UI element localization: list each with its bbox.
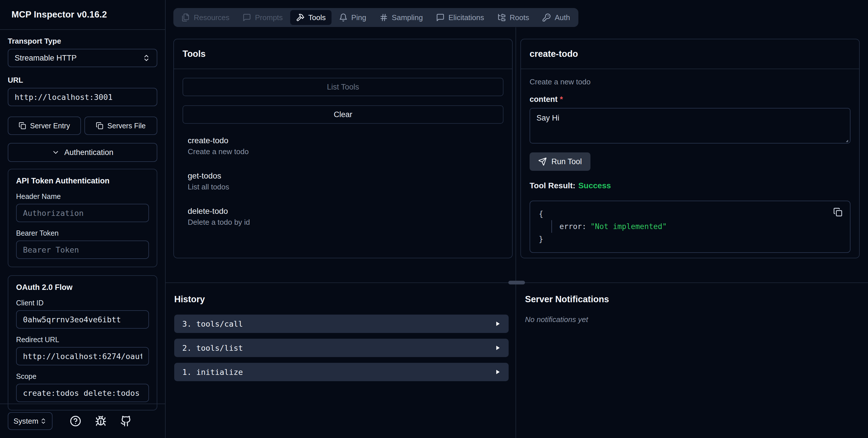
tool-detail-description: Create a new todo	[530, 78, 850, 86]
vertical-split-divider[interactable]	[516, 27, 516, 438]
sidebar-header: MCP Inspector v0.16.2	[0, 0, 165, 30]
tool-detail-body: Create a new todo content* Say Hi Run To…	[521, 69, 859, 261]
authentication-toggle[interactable]: Authentication	[8, 143, 157, 162]
bell-icon	[339, 13, 348, 22]
message-square-icon	[436, 13, 445, 22]
server-notifications-title: Server Notifications	[525, 294, 609, 305]
tab-label: Prompts	[255, 13, 283, 22]
json-close-brace: }	[539, 233, 841, 245]
history-item-label: 3. tools/call	[182, 319, 243, 328]
tool-description: Delete a todo by id	[188, 218, 503, 226]
tab-resources[interactable]: Resources	[176, 10, 235, 25]
tool-detail-header: create-todo	[521, 39, 859, 69]
tools-panel-body: List Tools Clear create-todo Create a ne…	[174, 69, 512, 251]
copy-icon	[19, 122, 26, 129]
run-tool-button[interactable]: Run Tool	[530, 152, 590, 171]
clear-button[interactable]: Clear	[183, 105, 503, 124]
message-square-icon	[243, 13, 251, 22]
tab-label: Resources	[194, 13, 229, 22]
scope-input[interactable]	[16, 384, 149, 402]
client-id-label: Client ID	[16, 299, 149, 307]
api-token-card: API Token Authentication Header Name Bea…	[8, 169, 157, 267]
list-item[interactable]: get-todos List all todos	[188, 171, 503, 191]
url-label: URL	[8, 76, 157, 84]
expand-caret-icon	[495, 321, 501, 326]
json-error-line: error:"Not implemented"	[551, 220, 841, 233]
sidebar-body: Transport Type Streamable HTTP URL Serve…	[0, 30, 165, 410]
tab-label: Ping	[351, 13, 366, 22]
tab-label: Sampling	[392, 13, 423, 22]
header-name-label: Header Name	[16, 192, 149, 200]
chevrons-up-down-icon	[143, 54, 150, 62]
expand-caret-icon	[495, 345, 501, 351]
transport-type-select[interactable]: Streamable HTTP	[8, 49, 157, 67]
copy-icon	[96, 122, 103, 129]
chevrons-up-down-icon	[40, 418, 47, 425]
split-resize-handle[interactable]	[508, 281, 525, 284]
list-item[interactable]: create-todo Create a new todo	[188, 136, 503, 156]
list-tools-button[interactable]: List Tools	[183, 78, 503, 96]
expand-caret-icon	[495, 369, 501, 375]
tab-label: Tools	[308, 13, 326, 22]
tool-detail-title: create-todo	[530, 49, 578, 59]
header-name-input[interactable]	[16, 204, 149, 222]
files-icon	[181, 13, 190, 22]
history-item[interactable]: 2. tools/list	[174, 339, 508, 357]
tab-elicitations[interactable]: Elicitations	[430, 10, 490, 25]
theme-value: System	[13, 417, 38, 426]
history-item[interactable]: 3. tools/call	[174, 315, 508, 333]
app-title: MCP Inspector v0.16.2	[11, 9, 107, 20]
tab-prompts[interactable]: Prompts	[237, 10, 288, 25]
tab-auth[interactable]: Auth	[536, 10, 576, 25]
key-icon	[542, 13, 551, 22]
content-label-text: content	[530, 95, 558, 104]
tool-result-row: Tool Result:Success	[530, 181, 850, 190]
help-icon[interactable]	[70, 415, 81, 427]
tab-sampling[interactable]: Sampling	[374, 10, 429, 25]
content-textarea[interactable]: Say Hi	[530, 108, 850, 144]
bearer-token-input[interactable]	[16, 241, 149, 259]
run-tool-label: Run Tool	[551, 157, 582, 166]
tool-result-label: Tool Result:	[530, 181, 576, 190]
tab-roots[interactable]: Roots	[492, 10, 535, 25]
theme-select[interactable]: System	[8, 412, 53, 430]
tool-description: List all todos	[188, 183, 503, 191]
tab-bar: Resources Prompts Tools Ping Sampling El…	[174, 8, 578, 27]
tab-label: Auth	[555, 13, 570, 22]
hammer-icon	[296, 13, 305, 22]
tab-label: Roots	[510, 13, 529, 22]
servers-file-button[interactable]: Servers File	[84, 117, 158, 135]
api-token-title: API Token Authentication	[16, 177, 149, 185]
tab-label: Elicitations	[448, 13, 484, 22]
history-item[interactable]: 1. initialize	[174, 363, 508, 381]
bearer-token-label: Bearer Token	[16, 229, 149, 237]
folder-tree-icon	[497, 13, 506, 22]
history-list: 3. tools/call 2. tools/list 1. initializ…	[174, 315, 508, 387]
tools-panel-title: Tools	[183, 49, 206, 59]
copy-result-button[interactable]	[833, 207, 843, 217]
send-icon	[538, 157, 547, 166]
tools-panel-header: Tools	[174, 39, 512, 69]
content-field-wrapper: Say Hi	[530, 108, 850, 146]
transport-type-value: Streamable HTTP	[14, 54, 76, 63]
history-item-label: 1. initialize	[182, 368, 243, 377]
github-icon[interactable]	[120, 415, 132, 427]
tool-detail-panel: create-todo Create a new todo content* S…	[520, 39, 860, 258]
bug-icon[interactable]	[95, 415, 106, 427]
redirect-url-input[interactable]	[16, 347, 149, 365]
server-entry-button[interactable]: Server Entry	[8, 117, 81, 135]
history-method: tools/call	[196, 319, 243, 328]
tab-tools[interactable]: Tools	[290, 10, 332, 25]
tool-result-json: { error:"Not implemented" }	[530, 200, 850, 253]
required-marker: *	[560, 95, 563, 104]
url-input[interactable]	[8, 88, 157, 106]
entry-buttons-row: Server Entry Servers File	[8, 117, 157, 135]
redirect-url-label: Redirect URL	[16, 336, 149, 344]
oauth-title: OAuth 2.0 Flow	[16, 283, 149, 292]
tab-ping[interactable]: Ping	[333, 10, 372, 25]
list-item[interactable]: delete-todo Delete a todo by id	[188, 207, 503, 226]
client-id-input[interactable]	[16, 310, 149, 328]
json-value: "Not implemented"	[590, 222, 667, 231]
oauth-card: OAuth 2.0 Flow Client ID Redirect URL Sc…	[8, 275, 157, 410]
history-method: initialize	[196, 368, 243, 377]
